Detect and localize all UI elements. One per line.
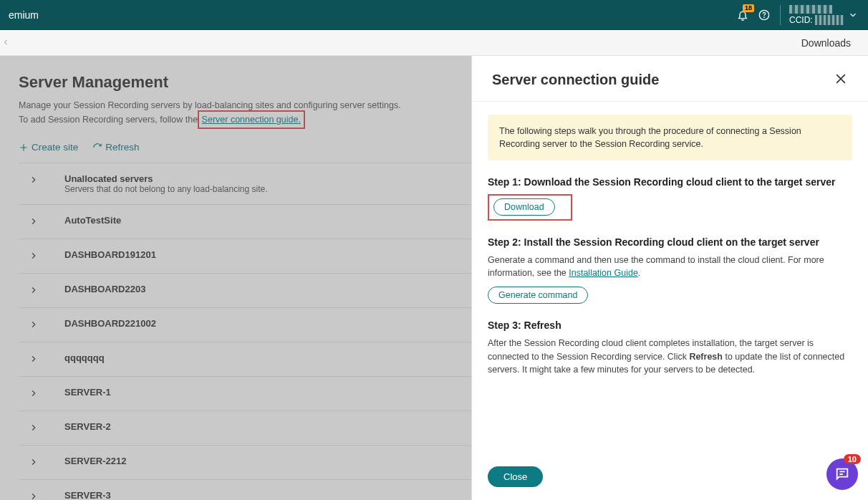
installation-guide-link[interactable]: Installation Guide: [569, 268, 638, 278]
chevron-right-icon: [29, 457, 39, 469]
chat-icon: [834, 466, 850, 482]
connection-guide-panel: Server connection guide The following st…: [471, 56, 868, 500]
chevron-right-icon: [29, 251, 39, 263]
create-site-label: Create site: [32, 142, 78, 153]
panel-footer: Close: [472, 456, 868, 500]
site-body: DASHBOARD2203: [64, 284, 145, 294]
step-1-title: Step 1: Download the Session Recording c…: [488, 175, 852, 189]
sub-bar: Downloads: [0, 30, 868, 56]
close-icon: [834, 72, 848, 86]
chevron-right-icon: [29, 354, 39, 366]
step-2-text: Generate a command and then use the comm…: [488, 254, 852, 279]
create-site-button[interactable]: Create site: [19, 142, 78, 153]
site-label: SERVER-2212: [64, 456, 126, 466]
chevron-right-icon: [29, 423, 39, 435]
server-connection-guide-link[interactable]: Server connection guide.: [202, 115, 301, 125]
top-bar: emium 18 CCID:: [0, 0, 868, 30]
site-label: AutoTestSite: [64, 215, 121, 226]
chevron-right-icon: [29, 388, 39, 400]
panel-body: The following steps walk you through the…: [472, 102, 868, 456]
step-1: Step 1: Download the Session Recording c…: [488, 175, 852, 220]
plus-icon: [19, 143, 29, 153]
product-name: emium: [6, 9, 737, 21]
chevron-right-icon: [29, 216, 39, 229]
site-label: SERVER-2: [64, 421, 111, 432]
generate-command-button[interactable]: Generate command: [488, 287, 588, 304]
site-body: SERVER-3: [64, 490, 111, 500]
close-button[interactable]: Close: [488, 466, 543, 487]
panel-header: Server connection guide: [472, 56, 868, 102]
site-label: DASHBOARD191201: [64, 249, 156, 260]
help-button[interactable]: [758, 9, 770, 21]
site-label: SERVER-1: [64, 387, 111, 398]
downloads-link[interactable]: Downloads: [801, 37, 851, 49]
ccid-label: CCID:: [789, 15, 813, 25]
panel-title: Server connection guide: [492, 72, 659, 88]
site-label: DASHBOARD221002: [64, 318, 156, 329]
site-body: SERVER-2: [64, 421, 111, 432]
notification-count: 18: [743, 4, 754, 12]
step-3: Step 3: Refresh After the Session Record…: [488, 318, 852, 376]
step-3-refresh-word: Refresh: [689, 352, 723, 362]
ccid-value-redacted: [815, 15, 844, 25]
site-label: qqqqqqq: [64, 352, 105, 363]
site-body: qqqqqqq: [64, 352, 105, 363]
chevron-right-icon: [29, 319, 39, 332]
site-body: SERVER-1: [64, 387, 111, 398]
chevron-down-icon: [848, 10, 858, 20]
panel-close-button[interactable]: [834, 72, 848, 86]
account-menu[interactable]: CCID:: [780, 5, 858, 26]
step-2: Step 2: Install the Session Recording cl…: [488, 235, 852, 304]
site-body: AutoTestSite: [64, 215, 121, 226]
chat-badge-count: 10: [844, 454, 861, 464]
site-body: Unallocated serversServers that do not b…: [64, 173, 268, 194]
chevron-right-icon: [29, 285, 39, 297]
main-area: Server Management Manage your Session Re…: [0, 56, 868, 500]
site-body: DASHBOARD191201: [64, 249, 156, 260]
refresh-icon: [92, 143, 102, 153]
site-body: DASHBOARD221002: [64, 318, 156, 329]
download-button[interactable]: Download: [493, 198, 555, 216]
site-label: DASHBOARD2203: [64, 284, 145, 294]
notifications-button[interactable]: 18: [737, 9, 748, 21]
svg-point-1: [764, 17, 765, 18]
breadcrumb-caret-icon: [1, 37, 10, 49]
site-body: SERVER-2212: [64, 456, 126, 466]
step-3-text: After the Session Recording cloud client…: [488, 337, 852, 375]
top-bar-right: 18 CCID:: [737, 5, 862, 26]
step-3-title: Step 3: Refresh: [488, 318, 852, 332]
step-2-title: Step 2: Install the Session Recording cl…: [488, 235, 852, 249]
refresh-label: Refresh: [105, 142, 139, 153]
chevron-right-icon: [29, 491, 39, 500]
info-banner: The following steps walk you through the…: [488, 115, 852, 160]
chevron-right-icon: [29, 175, 39, 187]
refresh-button[interactable]: Refresh: [92, 142, 139, 153]
chat-widget[interactable]: 10: [826, 458, 858, 490]
site-sublabel: Servers that do not belong to any load-b…: [64, 184, 268, 194]
site-label: SERVER-3: [64, 490, 111, 500]
site-label: Unallocated servers: [64, 173, 268, 184]
